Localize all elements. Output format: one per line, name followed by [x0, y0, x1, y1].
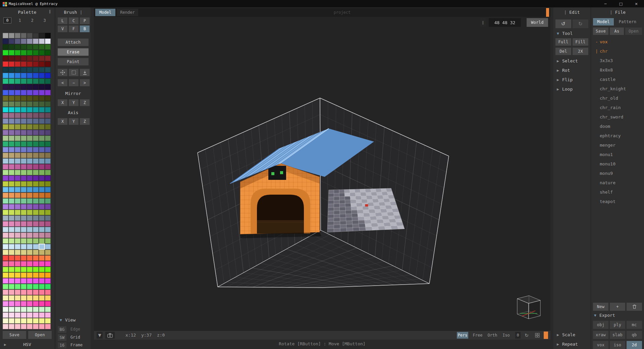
palette-swatch[interactable]: [39, 61, 45, 67]
palette-swatch[interactable]: [9, 124, 14, 130]
palette-swatch[interactable]: [27, 141, 33, 147]
palette-swatch[interactable]: [3, 312, 8, 318]
palette-swatch[interactable]: [9, 141, 14, 147]
palette-swatch[interactable]: [45, 198, 51, 204]
palette-swatch[interactable]: [33, 193, 39, 198]
palette-swatch[interactable]: [27, 158, 33, 164]
palette-swatch[interactable]: [21, 130, 26, 135]
palette-swatch[interactable]: [21, 33, 26, 38]
palette-swatch[interactable]: [33, 312, 39, 318]
palette-swatch[interactable]: [39, 312, 45, 318]
palette-swatch[interactable]: [21, 318, 26, 323]
palette-swatch[interactable]: [21, 176, 26, 181]
palette-swatch[interactable]: [33, 238, 39, 244]
palette-swatch[interactable]: [45, 312, 51, 318]
tool-del-button[interactable]: Del: [555, 48, 571, 55]
palette-swatch[interactable]: [33, 124, 39, 130]
palette-swatch[interactable]: [45, 56, 51, 61]
palette-swatch[interactable]: [3, 33, 8, 38]
palette-swatch[interactable]: [27, 113, 33, 118]
palette-swatch[interactable]: [39, 73, 45, 78]
palette-swatch[interactable]: [3, 67, 8, 72]
palette-swatch[interactable]: [45, 79, 51, 84]
palette-swatch[interactable]: [15, 61, 20, 67]
palette-swatch[interactable]: [15, 187, 20, 192]
palette-swatch[interactable]: [21, 278, 26, 284]
palette-swatch[interactable]: [33, 153, 39, 158]
palette-swatch[interactable]: [27, 44, 33, 50]
axis-z-button[interactable]: Z: [80, 118, 90, 125]
file-list-item-vox[interactable]: -vox: [591, 37, 644, 46]
palette-swatch[interactable]: [3, 44, 8, 50]
palette-swatch[interactable]: [3, 238, 8, 244]
palette-swatch[interactable]: [33, 101, 39, 107]
palette-swatch[interactable]: [33, 79, 39, 84]
flip-section-header[interactable]: ▶ Flip: [557, 77, 573, 82]
palette-swatch[interactable]: [33, 233, 39, 238]
mirror-y-button[interactable]: Y: [69, 99, 78, 106]
palette-swatch[interactable]: [45, 124, 51, 130]
palette-swatch[interactable]: [15, 44, 20, 50]
mirror-x-button[interactable]: X: [58, 99, 67, 106]
palette-swatch[interactable]: [21, 198, 26, 204]
file-tab-pattern[interactable]: Pattern: [615, 18, 640, 26]
palette-swatch[interactable]: [33, 290, 39, 295]
palette-swatch[interactable]: [21, 290, 26, 295]
palette-swatch[interactable]: [39, 101, 45, 107]
palette-swatch[interactable]: [45, 90, 51, 95]
palette-swatch[interactable]: [27, 61, 33, 67]
world-toggle-button[interactable]: World: [527, 18, 548, 27]
projection-pers-button[interactable]: Pers: [457, 332, 468, 339]
palette-swatch[interactable]: [21, 141, 26, 147]
brush-mode-box-button[interactable]: B: [80, 26, 90, 32]
palette-swatch[interactable]: [9, 267, 14, 272]
file-list-item-chr_rain[interactable]: chr_rain: [591, 103, 644, 112]
palette-swatch[interactable]: [9, 238, 14, 244]
palette-swatch[interactable]: [39, 221, 45, 227]
file-list-item-shelf[interactable]: shelf: [591, 187, 644, 197]
palette-swatch[interactable]: [15, 278, 20, 284]
palette-swatch[interactable]: [9, 73, 14, 78]
palette-swatch[interactable]: [3, 84, 8, 90]
palette-swatch[interactable]: [39, 255, 45, 261]
palette-swatch[interactable]: [27, 198, 33, 204]
palette-swatch[interactable]: [33, 261, 39, 266]
file-tab-model[interactable]: Model: [593, 18, 614, 26]
palette-swatch[interactable]: [39, 198, 45, 204]
palette-swatch[interactable]: [45, 221, 51, 227]
palette-swatch[interactable]: [15, 124, 20, 130]
palette-swatch[interactable]: [3, 210, 8, 215]
palette-swatch[interactable]: [9, 158, 14, 164]
palette-swatch[interactable]: [3, 90, 8, 95]
tool-2x-button[interactable]: 2X: [573, 48, 588, 55]
palette-swatch[interactable]: [39, 267, 45, 272]
palette-swatch[interactable]: [21, 124, 26, 130]
view-sw-toggle[interactable]: SW: [58, 334, 66, 341]
palette-swatch[interactable]: [27, 215, 33, 221]
palette-swatch[interactable]: [33, 50, 39, 55]
palette-swatch[interactable]: [33, 272, 39, 278]
file-list-item-8x8x8[interactable]: 8x8x8: [591, 65, 644, 74]
palette-swatch[interactable]: [21, 61, 26, 67]
palette-swatch[interactable]: [9, 307, 14, 312]
toolbar-accent-swatch[interactable]: [544, 332, 548, 339]
palette-swatch[interactable]: [9, 227, 14, 232]
palette-swatch[interactable]: [27, 210, 33, 215]
palette-swatch[interactable]: [15, 312, 20, 318]
palette-swatch[interactable]: [3, 56, 8, 61]
palette-swatch[interactable]: [15, 233, 20, 238]
palette-swatch[interactable]: [33, 164, 39, 169]
export-xraw-button[interactable]: xraw: [593, 331, 608, 339]
palette-swatch[interactable]: [9, 295, 14, 301]
file-save-as-button[interactable]: As: [610, 28, 624, 35]
palette-swatch[interactable]: [45, 170, 51, 175]
axis-y-button[interactable]: Y: [69, 118, 78, 125]
palette-swatch[interactable]: [15, 250, 20, 255]
palette-swatch[interactable]: [15, 56, 20, 61]
palette-swatch[interactable]: [21, 158, 26, 164]
palette-swatch[interactable]: [27, 318, 33, 323]
palette-swatch[interactable]: [39, 107, 45, 112]
brush-shape-line-button[interactable]: L: [58, 17, 67, 24]
export-iso-button[interactable]: iso: [610, 341, 625, 349]
palette-swatch[interactable]: [27, 187, 33, 192]
